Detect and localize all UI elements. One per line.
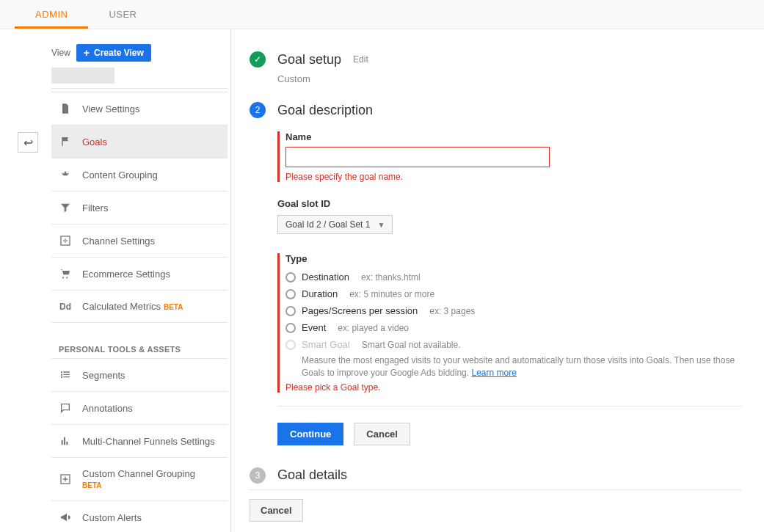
nav-custom-alerts[interactable]: Custom Alerts xyxy=(51,501,228,532)
view-name-chip[interactable] xyxy=(51,68,114,84)
cancel-step-button[interactable]: Cancel xyxy=(354,423,410,445)
cart-icon xyxy=(59,268,72,280)
radio-icon xyxy=(285,323,296,333)
type-label: Type xyxy=(285,253,742,264)
type-duration[interactable]: Duration ex: 5 minutes or more xyxy=(285,285,742,302)
radio-label: Pages/Screens per session xyxy=(302,305,418,316)
radio-label: Destination xyxy=(302,272,349,283)
nav-label: Content Grouping xyxy=(82,170,158,181)
nav-mcf-settings[interactable]: Multi-Channel Funnels Settings xyxy=(51,425,228,458)
learn-more-link[interactable]: Learn more xyxy=(471,368,516,378)
flag-icon xyxy=(59,136,72,147)
nav-label: Custom Channel Grouping xyxy=(82,468,195,479)
step-desc-title: Goal description xyxy=(277,103,373,118)
step-setup-sub: Custom xyxy=(277,73,742,84)
page-icon xyxy=(59,103,72,114)
plus-icon: + xyxy=(84,48,90,58)
nav-filters[interactable]: Filters xyxy=(51,192,228,225)
nav-goals[interactable]: Goals xyxy=(51,125,228,158)
beta-badge: BETA xyxy=(164,303,183,311)
smart-status: Smart Goal not available. xyxy=(362,340,461,350)
goal-name-input[interactable] xyxy=(285,147,550,167)
annotation-icon xyxy=(59,402,72,414)
nav-calculated-metrics[interactable]: Dd Calculated MetricsBETA xyxy=(51,291,228,323)
tab-admin[interactable]: ADMIN xyxy=(15,0,88,29)
slot-value: Goal Id 2 / Goal Set 1 xyxy=(285,219,370,230)
radio-icon xyxy=(285,272,296,283)
check-icon: ✓ xyxy=(254,54,261,65)
slot-label: Goal slot ID xyxy=(277,198,742,209)
step-2-badge: 2 xyxy=(250,102,266,118)
nav-label: Goals xyxy=(82,136,107,147)
radio-example: ex: 3 pages xyxy=(429,306,475,316)
tab-user[interactable]: USER xyxy=(88,0,157,29)
radio-label: Duration xyxy=(302,288,338,299)
type-smart: Smart Goal Smart Goal not available. xyxy=(285,336,742,353)
caret-down-icon: ▼ xyxy=(377,221,385,229)
name-field-label: Name xyxy=(285,131,742,142)
type-event[interactable]: Event ex: played a video xyxy=(285,319,742,336)
back-arrow-icon: ↩ xyxy=(23,136,33,150)
step-setup-title: Goal setup xyxy=(277,52,341,68)
nav-label: Custom Alerts xyxy=(82,512,142,523)
view-label: View xyxy=(51,48,70,58)
radio-example: ex: thanks.html xyxy=(361,272,421,283)
nav-ecommerce-settings[interactable]: Ecommerce Settings xyxy=(51,258,228,291)
step-3-badge: 3 xyxy=(250,467,266,484)
radio-icon xyxy=(285,289,296,299)
nav-label: Ecommerce Settings xyxy=(82,269,170,280)
grouping-icon xyxy=(59,169,72,181)
type-destination[interactable]: Destination ex: thanks.html xyxy=(285,269,742,285)
create-view-button[interactable]: + Create View xyxy=(76,44,151,62)
type-error: Please pick a Goal type. xyxy=(285,382,742,393)
nav-label: Channel Settings xyxy=(82,236,155,247)
step-1-badge: ✓ xyxy=(250,51,266,68)
nav-label: Filters xyxy=(82,203,108,214)
nav-label: Annotations xyxy=(82,403,133,414)
goal-slot-select[interactable]: Goal Id 2 / Goal Set 1 ▼ xyxy=(277,215,393,234)
nav-segments[interactable]: Segments xyxy=(51,359,228,392)
nav-label: Calculated Metrics xyxy=(82,301,161,312)
radio-example: ex: 5 minutes or more xyxy=(349,289,434,299)
bars-icon xyxy=(59,435,72,447)
radio-example: ex: played a video xyxy=(338,323,409,333)
cancel-all-button[interactable]: Cancel xyxy=(250,499,303,522)
nav-label: View Settings xyxy=(82,103,140,114)
edit-setup-link[interactable]: Edit xyxy=(353,54,368,65)
create-view-label: Create View xyxy=(94,48,144,58)
funnel-icon xyxy=(59,202,72,214)
nav-annotations[interactable]: Annotations xyxy=(51,392,228,425)
dd-icon: Dd xyxy=(59,302,72,312)
step-details-title: Goal details xyxy=(277,467,347,483)
nav-channel-settings[interactable]: Channel Settings xyxy=(51,225,228,258)
nav-view-settings[interactable]: View Settings xyxy=(51,92,228,125)
name-error: Please specify the goal name. xyxy=(285,172,742,182)
nav-label: Multi-Channel Funnels Settings xyxy=(82,436,215,447)
continue-button[interactable]: Continue xyxy=(277,423,343,445)
radio-label: Event xyxy=(302,322,326,333)
beta-badge: BETA xyxy=(82,481,101,489)
section-personal-tools: PERSONAL TOOLS & ASSETS xyxy=(51,323,228,358)
nav-label: Segments xyxy=(82,370,125,381)
radio-label: Smart Goal xyxy=(302,339,350,350)
smart-help-text: Measure the most engaged visits to your … xyxy=(302,355,735,378)
collapse-sidebar-button[interactable]: ↩ xyxy=(18,132,38,153)
megaphone-icon xyxy=(59,511,72,523)
svg-rect-0 xyxy=(61,236,70,245)
segments-icon xyxy=(59,369,72,381)
nav-custom-channel-grouping[interactable]: Custom Channel GroupingBETA xyxy=(51,458,228,501)
type-pages[interactable]: Pages/Screens per session ex: 3 pages xyxy=(285,302,742,319)
radio-icon xyxy=(285,340,296,350)
nav-content-grouping[interactable]: Content Grouping xyxy=(51,158,228,192)
radio-icon xyxy=(285,306,296,316)
channel-icon xyxy=(59,235,72,247)
channel-grouping-icon xyxy=(59,473,72,485)
